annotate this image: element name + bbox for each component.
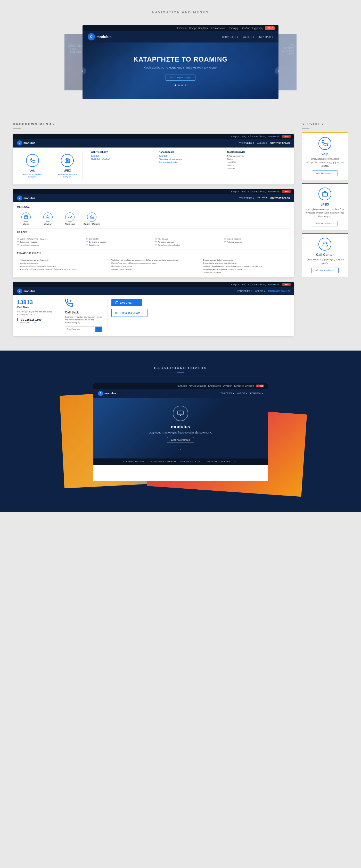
bg-footer-link1[interactable]: ΕΤΑΙΡΙΚΟ ΠΡΟΦΙΛ [123, 461, 145, 463]
senario-item-3[interactable]: Μέσμα και κόστος επικοινωνίας / σύνδεσης [17, 265, 106, 267]
klados-item-5[interactable]: Co-working spaces [86, 241, 152, 243]
topbar-link-4[interactable]: Εγγραφή [228, 27, 238, 30]
nav1-contact-sales[interactable]: CONTACT SALES [270, 142, 290, 144]
dd-col-telepio: Τηλεπικοινωνίες Τηλεφωνικό κέντρο Dialer… [227, 151, 290, 181]
dot-1[interactable] [174, 85, 176, 86]
senario-item-13[interactable]: Τηλεφωνία μέσω ΜΥ [201, 271, 290, 274]
tb3-link1[interactable]: Εταιρεία [231, 283, 240, 286]
senario-item-4[interactable]: Αστρολόγηρεύδειες με συνολ. εξαιρ σε αίθ… [17, 268, 106, 271]
dd-col3-item4[interactable]: CallCal [227, 164, 290, 166]
callback-icon [65, 299, 102, 309]
vpbx-more-btn[interactable]: Δείτε Περισσότερα [312, 221, 338, 226]
dot-4[interactable] [185, 85, 187, 86]
callback-input-row: 📞 [65, 326, 102, 332]
dd-col1-item2[interactable]: Click2Call - WebCall [91, 158, 154, 160]
tb1-link1[interactable]: Εταιρεία [231, 135, 240, 138]
hero-more-btn[interactable]: Δείτε περισσότερα [166, 74, 195, 81]
hero-nav-services[interactable]: ΥΠΗΡΕΣΙΕΣ ▾ [222, 35, 238, 38]
bg-tb-link4[interactable]: Εγγραφή [223, 384, 232, 387]
dd-col2-item2[interactable]: Πληροφορικά συστήματα [159, 158, 222, 160]
nav3-contact-sales[interactable]: CONTACT SALES [268, 290, 290, 292]
senario-item-6[interactable]: Επιχειρήσεις με μεταβλέσιμος αχρόνους επ… [109, 262, 198, 264]
bg-more-btn[interactable]: Δείτε περισσότερα [167, 437, 194, 443]
bg-footer-link4[interactable]: ΕΡΓΑΛΕΙΑ & ΤΕΧΝΟΛΟΓΙΕΣ [206, 461, 238, 463]
senario-item-1[interactable]: Αλλαγές καταστημάτων / γραφείων [17, 259, 106, 261]
senario-item-2[interactable]: Νεοσύστατες εταιρείες [17, 262, 106, 264]
dot-2[interactable] [178, 85, 180, 86]
tb1-link2[interactable]: Blog [242, 135, 246, 138]
bg-tb-link1[interactable]: Εταιρεία [178, 384, 187, 387]
dd-col1-item1[interactable]: Call2Call [91, 155, 154, 157]
nav3-lyseis[interactable]: ΛΥΣΕΙΣ ▾ [255, 290, 265, 292]
voip-link[interactable]: Εικονικό Τηλεφωνικό Κέντρο > [20, 173, 45, 178]
tb3-link4[interactable]: Επικοινωνία [268, 283, 280, 286]
bg-footer-link2[interactable]: ΟΙΚΟΝΟΜΙΚΑ ΣΤΟΙΧΕΙΑ [148, 461, 176, 463]
tb3-link3[interactable]: Κέντρο Βοήθειας [248, 283, 266, 286]
bg-nav-kentro[interactable]: ΚΕΝΤΡΟ+ ▾ [250, 392, 263, 395]
bg-logo-name: modulus [105, 392, 116, 395]
callcenter-more-label: Δείτε Περισσότερα [314, 269, 334, 272]
bg-tb-link3[interactable]: Επικοινωνία [208, 384, 221, 387]
senario-item-12[interactable]: Κατεργαρή κλήσεων για call centers με mo… [201, 268, 290, 271]
klados-item-8[interactable]: Λογιστικό γραφείο [155, 241, 221, 243]
dd-col2-item3[interactable]: Έρευνα & Ανάπτυξη [159, 161, 222, 163]
nav3-services[interactable]: ΥΠΗΡΕΣΙΕΣ ▾ [237, 290, 252, 292]
dd-col3-item2[interactable]: Dialers [227, 158, 290, 160]
tb1-link4[interactable]: Επικοινωνία [268, 135, 280, 138]
klados-item-6[interactable]: Ξενοδοχεία [86, 244, 152, 246]
tb2-link4[interactable]: Επικοινωνία [268, 190, 280, 193]
vpbx-link[interactable]: Εικονικό Τηλεφωνικό Κέντρο > [55, 173, 79, 178]
svg-point-7 [19, 290, 20, 291]
nav2-lyseis[interactable]: ΛΥΣΕΙΣ ▾ [257, 196, 267, 200]
senario-item-8[interactable]: Αυτοματισμένη εργασία [109, 268, 198, 271]
dd-col3-item3[interactable]: modiREC [227, 161, 290, 163]
bg-footer-link3[interactable]: ΘΕΣΕΙΣ ΕΡΓΑΣΙΑΣ [180, 461, 202, 463]
bg-tb-link2[interactable]: Κέντρο Βοήθειας [189, 384, 206, 387]
klados-item-4[interactable]: Call center [86, 238, 152, 240]
tb2-link2[interactable]: Blog [242, 190, 246, 193]
panel-divider-1 [87, 151, 87, 181]
nav1-services[interactable]: ΥΠΗΡΕΣΙΕΣ ▾ [239, 142, 254, 144]
live-chat-btn[interactable]: Live Chat [111, 299, 142, 306]
senario-item-9[interactable]: Επικοινωνία με διεθνή επικοινωνία [201, 259, 290, 261]
senario-item-5[interactable]: Websites που επεθύμει να προσφέρουν βέλτ… [109, 259, 198, 261]
callcenter-more-btn[interactable]: Δείτε Περισσότερα › [311, 268, 339, 273]
voip-more-btn[interactable]: Δείτε Περισσότερα [312, 170, 338, 176]
hero-nav-kentro[interactable]: ΚΕΝΤΡΟ+ ▾ [259, 35, 273, 38]
bg-nav-services[interactable]: ΥΠΗΡΕΣΙΕΣ ▾ [219, 392, 234, 395]
senario-col-1: Αλλαγές καταστημάτων / γραφείων Νεοσύστα… [17, 259, 106, 274]
tb1-phone: 13813 [282, 135, 290, 138]
hero-nav-lyseis[interactable]: ΛΥΣΕΙΣ ▾ [243, 35, 254, 38]
bg-tb-link5[interactable]: Είσοδος / Εγγραφή [234, 384, 254, 387]
topbar-link-1[interactable]: Εταιρεία [177, 27, 187, 30]
klados-item-2[interactable]: Διοικητικά γραφεία [17, 241, 83, 243]
klados-item-1[interactable]: Υγεία - Πολυκρόνικα - Κλινικές [17, 238, 83, 240]
tb2-link3[interactable]: Κέντρο Βοήθειας [248, 190, 266, 193]
nav2-contact-sales[interactable]: CONTACT SALES [270, 197, 290, 199]
klados-item-7[interactable]: Ραδιόφωνα [155, 238, 221, 240]
topbar-link-3[interactable]: Επικοινωνία [211, 27, 225, 30]
tb2-link1[interactable]: Εταιρεία [231, 190, 240, 193]
dot-3[interactable] [181, 85, 183, 86]
senario-item-7[interactable]: Προπώθηση πωλήσεων [109, 265, 198, 267]
request-quote-btn[interactable]: Request a Quote [111, 309, 147, 317]
tb3-link2[interactable]: Blog [242, 283, 246, 286]
tb1-link3[interactable]: Κέντρο Βοήθειας [248, 135, 266, 138]
topbar-link-5[interactable]: Είσοδος / Εγγραφή [241, 27, 262, 30]
senario-item-10[interactable]: Επιχειρήσεις με ανάγκη τηλεδιάσκεψης [201, 262, 290, 264]
klados-item-10[interactable]: Ιατρικό γραφείο [224, 238, 290, 240]
bg-nav-lyseis[interactable]: ΛΥΣΕΙΣ ▾ [237, 392, 247, 395]
klados-item-11[interactable]: Πολιτικό γραφείο [224, 241, 290, 243]
topbar-link-2[interactable]: Κέντρο Βοήθειας [189, 27, 209, 30]
nav1-lyseis[interactable]: ΛΥΣΕΙΣ ▾ [257, 142, 267, 144]
callback-submit-btn[interactable]: 📞 [95, 327, 102, 332]
dd-col2-item1[interactable]: Call2Call [159, 155, 222, 157]
dd-col3-item5[interactable]: modiFAX [227, 167, 290, 169]
megethos-title: ΜΕΓΕΘΟΣ [17, 206, 290, 210]
nav2-services[interactable]: ΥΠΗΡΕΣΙΕΣ ▾ [239, 197, 254, 199]
senario-item-11[interactable]: call2call - Αντιδλήρων με τον profiliti … [201, 265, 290, 267]
klados-item-3[interactable]: Ναυτιλιακές εταιρείες [17, 244, 83, 246]
klados-item-9[interactable]: Ασφαλιστικοί σύμβουλοι [155, 244, 221, 246]
dd-col3-item1[interactable]: Τηλεφωνικό κέντρο [227, 155, 290, 157]
callback-input[interactable] [65, 327, 95, 332]
